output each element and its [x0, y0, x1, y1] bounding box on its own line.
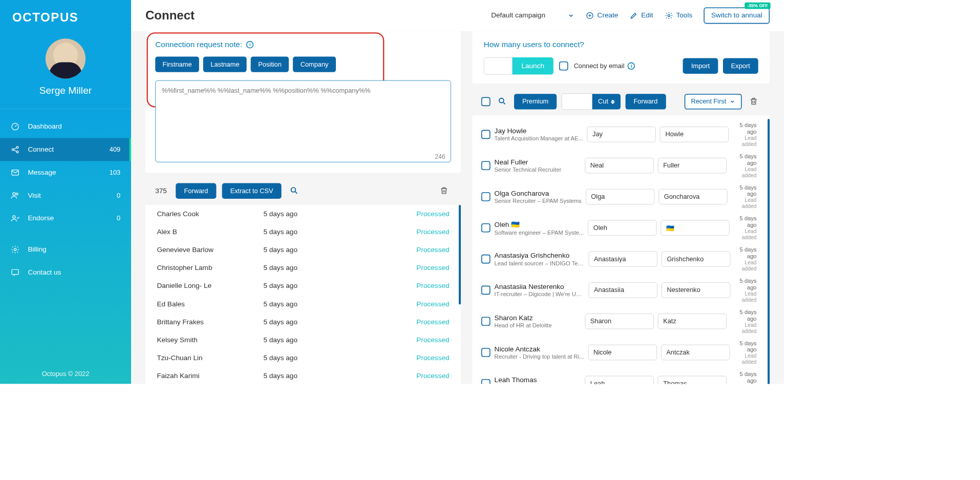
lead-lastname-input[interactable] — [658, 189, 727, 204]
lead-checkbox[interactable] — [481, 379, 491, 384]
lead-checkbox[interactable] — [481, 286, 491, 295]
sort-button[interactable]: Recent First — [685, 94, 742, 109]
footer-copyright: Octopus © 2022 — [0, 364, 131, 384]
lead-firstname-input[interactable] — [585, 314, 653, 329]
lead-checkbox[interactable] — [481, 317, 491, 326]
note-textarea[interactable] — [155, 80, 451, 162]
lead-firstname-input[interactable] — [586, 189, 654, 204]
sidebar-item-message[interactable]: Message 103 — [0, 161, 131, 184]
campaign-select[interactable]: Default campaign — [491, 11, 574, 19]
nav: Dashboard Connect 409 Message 103 Visit … — [0, 109, 131, 364]
var-company-button[interactable]: Company — [293, 56, 336, 72]
processed-row[interactable]: Tzu-Chuan Lin5 days agoProcessed — [145, 349, 461, 367]
lead-name[interactable]: Neal Fuller — [495, 158, 581, 166]
processed-row[interactable]: Danielle Long- Le5 days agoProcessed — [145, 277, 461, 295]
gear-icon — [11, 245, 20, 254]
sidebar-item-contact[interactable]: Contact us — [0, 261, 131, 284]
lead-name[interactable]: Anastasiia Nesterenko — [495, 283, 585, 291]
lead-lastname-input[interactable] — [658, 314, 727, 329]
lead-time: 5 days ago — [732, 184, 757, 197]
tools-button[interactable]: Tools — [665, 11, 692, 19]
sidebar-item-dashboard[interactable]: Dashboard — [0, 115, 131, 138]
svg-point-8 — [14, 248, 16, 251]
lead-status: Lead added — [734, 259, 756, 272]
processed-row[interactable]: Charles Cook5 days agoProcessed — [145, 205, 461, 223]
note-label: Connection request note: i — [155, 40, 451, 49]
lead-firstname-input[interactable] — [589, 282, 657, 298]
export-button[interactable]: Export — [723, 58, 758, 74]
nav-count: 103 — [110, 169, 120, 176]
cut-input[interactable] — [562, 93, 592, 110]
lead-checkbox[interactable] — [481, 130, 491, 139]
filter-bar: Premium Cut Forward Recent First — [472, 88, 770, 115]
lead-firstname-input[interactable] — [587, 127, 656, 142]
premium-button[interactable]: Premium — [514, 94, 557, 109]
sidebar-item-billing[interactable]: Billing — [0, 238, 131, 261]
sidebar-item-visit[interactable]: Visit 0 — [0, 184, 131, 207]
processed-row[interactable]: Kelsey Smith5 days agoProcessed — [145, 331, 461, 349]
stepper-icon — [611, 99, 615, 104]
lead-firstname-input[interactable] — [589, 251, 657, 266]
lead-checkbox[interactable] — [481, 192, 491, 201]
search-button[interactable] — [495, 94, 509, 110]
lead-lastname-input[interactable] — [658, 158, 727, 173]
lead-firstname-input[interactable] — [585, 376, 653, 384]
info-icon[interactable]: i — [246, 41, 253, 48]
mail-icon — [11, 168, 20, 177]
lead-row: Sharon KatzHead of HR at Deloitte 5 days… — [472, 306, 770, 337]
search-button[interactable] — [287, 183, 301, 199]
lead-name[interactable]: Olga Goncharova — [495, 190, 582, 198]
lead-lastname-input[interactable] — [658, 376, 727, 384]
info-icon[interactable]: i — [628, 62, 635, 70]
delete-button[interactable] — [747, 94, 760, 110]
connect-count-input[interactable] — [484, 57, 513, 75]
sidebar-item-endorse[interactable]: Endorse 0 — [0, 207, 131, 230]
lead-firstname-input[interactable] — [588, 345, 657, 360]
lead-name[interactable]: Leah Thomas — [495, 376, 581, 384]
connect-email-checkbox[interactable] — [559, 61, 568, 71]
lead-checkbox[interactable] — [481, 255, 491, 264]
var-position-button[interactable]: Position — [251, 56, 289, 72]
switch-annual-button[interactable]: Switch to annual -35% OFF — [704, 7, 770, 24]
lead-title: Lead talent sourcer – INDIGO Tec... — [495, 260, 585, 266]
lead-name[interactable]: Oleh 🇺🇦 — [495, 220, 584, 229]
lead-lastname-input[interactable] — [662, 282, 730, 298]
processed-row[interactable]: Brittany Frakes5 days agoProcessed — [145, 313, 461, 331]
forward-button[interactable]: Forward — [176, 183, 217, 199]
processed-row[interactable]: Faizah Karimi5 days agoProcessed — [145, 367, 461, 384]
var-lastname-button[interactable]: Lastname — [203, 56, 247, 72]
processed-row[interactable]: Christopher Lamb5 days agoProcessed — [145, 259, 461, 277]
lead-checkbox[interactable] — [481, 161, 491, 170]
lead-name[interactable]: Nicole Antczak — [495, 345, 584, 353]
lead-checkbox[interactable] — [481, 348, 491, 357]
lead-lastname-input[interactable] — [662, 251, 730, 266]
processed-row[interactable]: Alex B5 days agoProcessed — [145, 223, 461, 241]
avatar[interactable] — [46, 38, 86, 78]
extract-csv-button[interactable]: Extract to CSV — [222, 183, 282, 199]
cut-button[interactable]: Cut — [592, 94, 621, 109]
lead-lastname-input[interactable] — [661, 345, 730, 360]
brand-logo: OCTOPUS — [0, 0, 131, 34]
lead-lastname-input[interactable] — [661, 220, 730, 236]
forward-button[interactable]: Forward — [626, 94, 666, 109]
delete-button[interactable] — [437, 183, 451, 199]
lead-name[interactable]: Jay Howle — [495, 127, 583, 135]
lead-firstname-input[interactable] — [585, 158, 653, 173]
sidebar-item-connect[interactable]: Connect 409 — [0, 138, 131, 161]
lead-lastname-input[interactable] — [660, 127, 729, 142]
import-button[interactable]: Import — [683, 58, 718, 74]
processed-row[interactable]: Genevieve Barlow5 days agoProcessed — [145, 241, 461, 259]
var-firstname-button[interactable]: Firstname — [155, 56, 199, 72]
lead-row: Nicole AntczakRecruiter - Driving top ta… — [472, 337, 770, 368]
processed-time: 5 days ago — [263, 354, 416, 362]
select-all-checkbox[interactable] — [481, 97, 491, 107]
processed-row[interactable]: Ed Bales5 days agoProcessed — [145, 295, 461, 313]
lead-name[interactable]: Anastasiya Grishchenko — [495, 252, 585, 260]
edit-button[interactable]: Edit — [630, 11, 653, 19]
lead-checkbox[interactable] — [481, 223, 491, 233]
lead-name[interactable]: Sharon Katz — [495, 314, 581, 322]
lead-firstname-input[interactable] — [588, 220, 656, 236]
processed-name: Charles Cook — [157, 210, 263, 218]
launch-button[interactable]: Launch — [513, 57, 553, 75]
create-button[interactable]: Create — [586, 11, 618, 19]
